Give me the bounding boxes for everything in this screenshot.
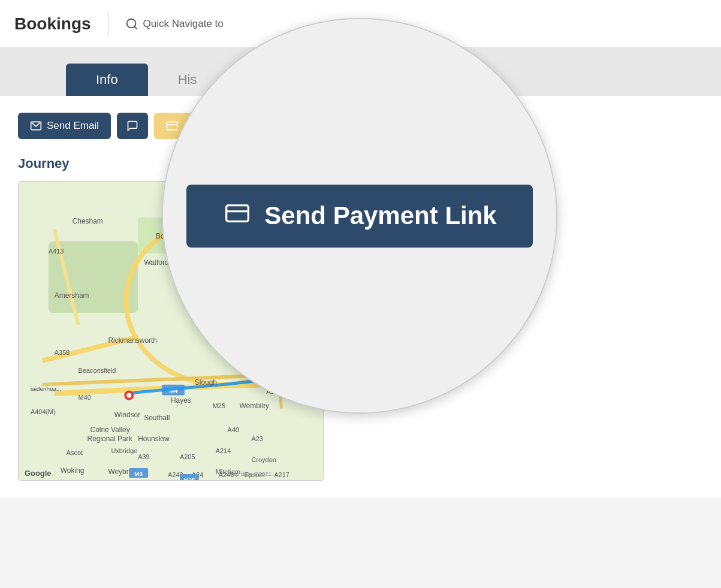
svg-text:Boreha...: Boreha... (156, 232, 185, 240)
svg-text:Uxbridge: Uxbridge (111, 447, 137, 454)
svg-rect-3 (167, 122, 177, 129)
header-search[interactable]: Quick Navigate to (125, 17, 224, 31)
svg-text:A503: A503 (246, 328, 261, 335)
section-heading: Informati (342, 181, 703, 207)
svg-text:Wembley: Wembley (240, 402, 270, 410)
journey-title: Journey (18, 156, 703, 171)
svg-text:Beaconsfield: Beaconsfield (79, 367, 116, 374)
svg-text:Woking: Woking (61, 466, 85, 475)
svg-text:London: London (281, 350, 312, 360)
svg-text:Google: Google (25, 469, 52, 478)
svg-text:A413: A413 (49, 248, 64, 255)
header: Bookings Quick Navigate to (0, 0, 721, 48)
svg-point-0 (126, 19, 135, 28)
svg-text:A404(M): A404(M) (31, 408, 56, 415)
svg-point-18 (289, 373, 294, 378)
svg-text:Ascot: Ascot (67, 449, 83, 456)
app-title: Bookings (14, 14, 91, 34)
booker-value: Gett Integration (342, 264, 703, 277)
svg-text:Watford: Watford (144, 258, 168, 267)
svg-text:M25: M25 (213, 402, 225, 409)
send-payment-link-button[interactable]: Send Payment Link (154, 113, 284, 139)
tab-history[interactable]: His (148, 64, 227, 96)
booker-label: Booker (342, 248, 703, 261)
created-by-label: Created By (342, 288, 703, 300)
card-icon-small (166, 120, 178, 132)
booker-field: Booker Gett Integration (342, 248, 703, 277)
svg-text:A23: A23 (251, 435, 263, 442)
svg-text:LAMBETH: LAMBETH (275, 361, 303, 368)
content-area: Send Email Send Payment Link Can Journey (0, 96, 721, 497)
search-icon (125, 17, 138, 31)
svg-text:A205: A205 (180, 453, 195, 460)
search-placeholder[interactable]: Quick Navigate to (143, 18, 224, 30)
map-svg: M4 Chesham A413 Amersham Boreha... Watfo… (19, 182, 323, 480)
svg-text:Croydon: Croydon (251, 456, 276, 463)
svg-text:A1: A1 (266, 388, 274, 395)
map-container: M4 Chesham A413 Amersham Boreha... Watfo… (18, 181, 324, 481)
svg-text:Edgware: Edgware (198, 273, 226, 282)
svg-text:Rickmansworth: Rickmansworth (108, 336, 157, 345)
action-buttons: Send Email Send Payment Link Can (18, 113, 703, 139)
svg-line-6 (307, 123, 313, 129)
driver-heading: Drive (342, 216, 703, 239)
svg-point-16 (126, 393, 131, 398)
right-panel: Informati Drive Booker Gett Integration … (342, 181, 703, 300)
header-divider (108, 12, 108, 36)
svg-text:Colne Valley: Colne Valley (90, 426, 130, 434)
svg-line-1 (134, 26, 137, 29)
svg-text:A214: A214 (216, 447, 231, 454)
email-icon (30, 120, 42, 132)
svg-text:Map data ©2021: Map data ©2021 (228, 471, 272, 477)
svg-text:Slough: Slough (195, 378, 217, 387)
svg-text:Regional Park: Regional Park (88, 435, 132, 443)
cancel-icon (304, 120, 315, 131)
sms-button[interactable] (117, 113, 148, 139)
svg-text:A358: A358 (55, 349, 70, 356)
svg-text:Hayes: Hayes (171, 396, 191, 405)
svg-text:M25: M25 (183, 477, 195, 480)
cancel-button[interactable]: Can (292, 113, 351, 139)
svg-text:M40: M40 (79, 394, 91, 401)
svg-text:A217: A217 (274, 471, 289, 478)
svg-text:A40: A40 (228, 426, 239, 433)
svg-text:iaidenhea...: iaidenhea... (31, 385, 61, 392)
tab-info[interactable]: Info (66, 64, 148, 96)
svg-text:Southall: Southall (144, 414, 170, 422)
chat-icon (126, 120, 138, 132)
svg-text:A39: A39 (138, 453, 149, 460)
svg-text:Windsor: Windsor (114, 411, 140, 419)
send-email-button[interactable]: Send Email (18, 113, 111, 139)
svg-text:Amersham: Amersham (55, 291, 89, 300)
created-by-field: Created By (342, 288, 703, 300)
tabs-bar: Info His (0, 48, 721, 96)
svg-text:A406: A406 (222, 307, 237, 314)
svg-text:Chesham: Chesham (73, 217, 103, 225)
svg-text:M3: M3 (134, 471, 143, 477)
journey-section: Journey (18, 156, 703, 481)
svg-text:Hounslow: Hounslow (138, 435, 170, 443)
